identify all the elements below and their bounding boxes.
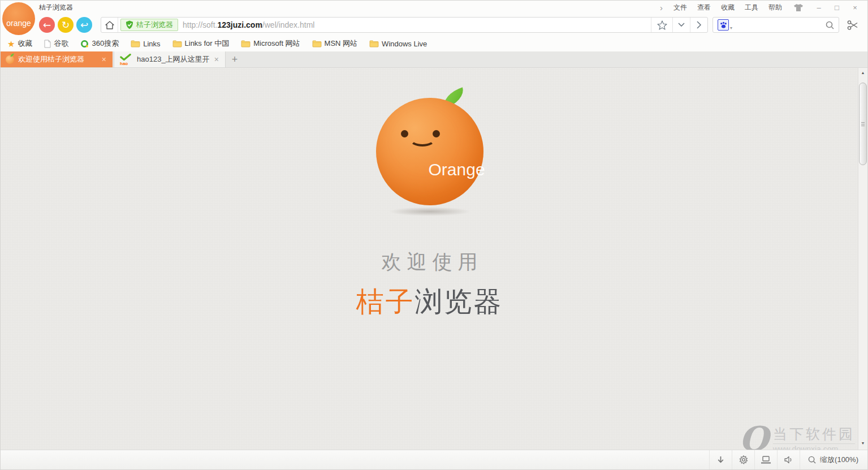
menu-view[interactable]: 查看 xyxy=(692,3,716,12)
scrollbar-grip xyxy=(861,124,865,124)
watermark-site-name: 当下软件园 xyxy=(773,425,855,443)
address-bar[interactable]: 桔子浏览器 http://soft.123juzi.com/wel/index.… xyxy=(101,17,708,33)
bookmark-label: Links for 中国 xyxy=(185,38,230,49)
scrollbar-thumb[interactable] xyxy=(859,83,867,165)
hao123-favicon: hao xyxy=(119,54,133,65)
undo-button[interactable]: ↩ xyxy=(76,17,92,33)
bookmark-star-button[interactable] xyxy=(651,18,672,32)
downxia-logo-icon: O xyxy=(739,424,768,450)
page-content: Orange 欢迎使用 桔子浏览器 O 当下软件园 www.downxia.co… xyxy=(1,68,867,450)
bookmark-label: Windows Live xyxy=(382,40,427,48)
go-button[interactable] xyxy=(690,18,707,32)
screenshot-scissors-button[interactable] xyxy=(843,20,863,31)
maximize-button[interactable]: □ xyxy=(828,3,846,12)
tab-close-icon[interactable]: × xyxy=(213,55,220,64)
window-title: 桔子浏览器 xyxy=(39,3,73,12)
menu-favorites[interactable]: 收藏 xyxy=(716,3,740,12)
360-ring-icon xyxy=(80,40,89,48)
baidu-paw-icon[interactable] xyxy=(718,19,729,31)
search-box[interactable]: ▾ xyxy=(712,17,839,33)
boss-key-button[interactable] xyxy=(754,450,777,469)
zoom-control[interactable]: 缩放(100%) xyxy=(800,450,867,469)
orange-mascot: Orange xyxy=(376,98,483,205)
page-title-accent: 桔子 xyxy=(356,286,415,317)
settings-button[interactable] xyxy=(732,450,754,469)
bookmark-folder-windows-live[interactable]: Windows Live xyxy=(369,40,427,48)
gear-icon xyxy=(739,455,748,464)
menu-help[interactable]: 帮助 xyxy=(763,3,787,12)
bookmark-label: Microsoft 网站 xyxy=(253,38,300,49)
reload-button[interactable]: ↻ xyxy=(58,17,74,33)
bookmark-label: Links xyxy=(143,40,160,48)
orange-browser-window: { "titlebar": { "logo_text": "orange", "… xyxy=(0,0,868,470)
home-icon xyxy=(105,21,114,29)
downxia-watermark: O 当下软件园 www.downxia.com xyxy=(739,424,855,450)
titlebar-menu: › 文件 查看 收藏 工具 帮助 – □ × xyxy=(654,3,867,12)
mascot-shadow xyxy=(388,207,471,216)
app-logo-text: orange xyxy=(6,19,31,28)
tab-label: hao123_上网从这里开始 xyxy=(137,54,209,64)
laptop-icon xyxy=(761,456,771,464)
orange-mascot-favicon xyxy=(6,55,14,64)
zoom-level-label: 缩放(100%) xyxy=(820,455,858,465)
folder-icon xyxy=(369,40,379,48)
star-outline-icon xyxy=(657,20,667,30)
search-input[interactable] xyxy=(732,21,826,29)
back-button[interactable]: ← xyxy=(39,17,55,33)
menu-tools[interactable]: 工具 xyxy=(740,3,763,12)
folder-icon xyxy=(241,40,251,48)
chevron-down-icon xyxy=(678,23,685,27)
search-magnifier-icon[interactable] xyxy=(826,21,834,29)
welcome-hero: Orange 欢迎使用 桔子浏览器 xyxy=(283,98,577,321)
bookmark-360search[interactable]: 360搜索 xyxy=(80,38,119,49)
site-badge-label: 桔子浏览器 xyxy=(136,20,173,30)
chevron-right-icon xyxy=(697,21,702,29)
scroll-up-arrow-icon[interactable]: ▲ xyxy=(858,71,867,75)
page-title-rest: 浏览器 xyxy=(415,286,503,317)
scissors-icon xyxy=(847,20,859,31)
speaker-icon xyxy=(784,456,793,464)
new-tab-button[interactable]: + xyxy=(226,51,244,67)
download-button[interactable] xyxy=(709,450,732,469)
url-prefix: http://soft. xyxy=(183,20,217,29)
folder-icon xyxy=(131,40,140,48)
bookmark-favorites[interactable]: ★ 收藏 xyxy=(7,38,32,49)
mute-button[interactable] xyxy=(777,450,800,469)
bookmark-folder-links[interactable]: Links xyxy=(131,40,160,48)
folder-icon xyxy=(312,40,322,48)
mascot-wordmark: Orange xyxy=(429,160,485,179)
page-icon xyxy=(44,40,51,48)
tab-close-icon[interactable]: × xyxy=(101,55,107,64)
bookmark-label: MSN 网站 xyxy=(325,38,358,49)
menu-expand-chevron-icon[interactable]: › xyxy=(654,3,668,12)
bookmark-folder-microsoft[interactable]: Microsoft 网站 xyxy=(241,38,300,49)
site-safety-badge[interactable]: 桔子浏览器 xyxy=(120,19,178,31)
download-arrow-icon xyxy=(717,456,724,464)
url-domain: 123juzi.com xyxy=(217,20,262,29)
tab-label: 欢迎使用桔子浏览器 xyxy=(18,54,97,64)
mascot-eye xyxy=(401,130,408,137)
tab-hao123[interactable]: hao hao123_上网从这里开始 × xyxy=(114,51,226,67)
menu-file[interactable]: 文件 xyxy=(668,3,692,12)
page-title: 桔子浏览器 xyxy=(356,283,503,321)
bookmark-folder-links-china[interactable]: Links for 中国 xyxy=(172,38,230,49)
bookmark-label: 谷歌 xyxy=(54,38,68,49)
url-dropdown-button[interactable] xyxy=(672,18,690,32)
bookmark-google[interactable]: 谷歌 xyxy=(44,38,68,49)
close-button[interactable]: × xyxy=(846,3,864,12)
url-field[interactable]: http://soft.123juzi.com/wel/index.html xyxy=(183,20,651,29)
home-button[interactable] xyxy=(101,18,118,32)
watermark-site-url: www.downxia.com xyxy=(773,443,855,450)
hao123-favicon-text: hao xyxy=(120,62,128,66)
toolbar: ← ↻ ↩ 桔子浏览器 http://soft.123juzi.com/wel/… xyxy=(1,14,867,36)
shield-icon xyxy=(126,20,133,29)
scroll-down-arrow-icon[interactable]: ▼ xyxy=(858,441,867,445)
app-logo-icon[interactable]: orange xyxy=(2,2,35,35)
tab-welcome[interactable]: 欢迎使用桔子浏览器 × xyxy=(1,51,113,67)
skin-shirt-icon[interactable] xyxy=(787,4,810,11)
bookmark-label: 收藏 xyxy=(18,38,32,49)
vertical-scrollbar[interactable]: ▲ ▼ xyxy=(858,68,867,450)
minimize-button[interactable]: – xyxy=(810,3,828,12)
bookmark-folder-msn[interactable]: MSN 网站 xyxy=(312,38,358,49)
orange-ball: Orange xyxy=(376,98,483,205)
